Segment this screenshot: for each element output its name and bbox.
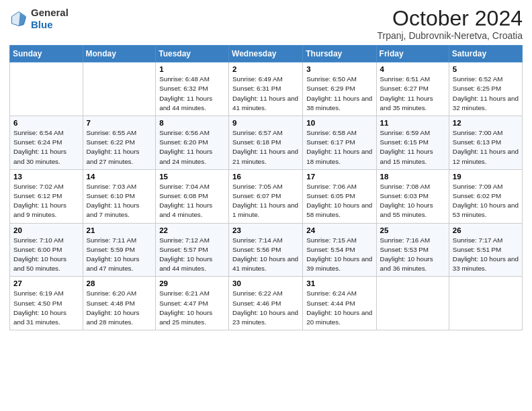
day-info: Sunrise: 6:21 AM Sunset: 4:47 PM Dayligh…: [159, 289, 225, 327]
day-number: 19: [453, 173, 519, 181]
logo-general-text: General: [31, 7, 69, 18]
calendar-cell: 9Sunrise: 6:57 AM Sunset: 6:18 PM Daylig…: [229, 116, 303, 170]
day-number: 22: [159, 226, 225, 234]
calendar-cell: 26Sunrise: 7:17 AM Sunset: 5:51 PM Dayli…: [449, 223, 522, 277]
calendar-cell: 31Sunrise: 6:24 AM Sunset: 4:44 PM Dayli…: [303, 277, 376, 330]
calendar-cell: 15Sunrise: 7:04 AM Sunset: 6:08 PM Dayli…: [156, 169, 229, 223]
day-info: Sunrise: 7:06 AM Sunset: 6:05 PM Dayligh…: [306, 182, 372, 220]
day-info: Sunrise: 6:49 AM Sunset: 6:31 PM Dayligh…: [232, 75, 299, 113]
calendar-cell: 11Sunrise: 6:59 AM Sunset: 6:15 PM Dayli…: [376, 116, 449, 170]
day-number: 3: [306, 65, 372, 73]
day-info: Sunrise: 6:54 AM Sunset: 6:24 PM Dayligh…: [13, 128, 79, 167]
calendar-cell: 17Sunrise: 7:06 AM Sunset: 6:05 PM Dayli…: [303, 169, 376, 223]
calendar-cell: [376, 277, 449, 330]
day-info: Sunrise: 7:02 AM Sunset: 6:12 PM Dayligh…: [13, 182, 79, 220]
logo-text: General Blue: [31, 7, 69, 31]
day-number: 12: [453, 119, 519, 127]
calendar-cell: 16Sunrise: 7:05 AM Sunset: 6:07 PM Dayli…: [229, 169, 303, 223]
day-info: Sunrise: 7:05 AM Sunset: 6:07 PM Dayligh…: [232, 182, 299, 220]
day-number: 6: [13, 119, 79, 127]
calendar-cell: 14Sunrise: 7:03 AM Sunset: 6:10 PM Dayli…: [83, 169, 156, 223]
day-info: Sunrise: 7:04 AM Sunset: 6:08 PM Dayligh…: [159, 182, 225, 220]
day-info: Sunrise: 6:51 AM Sunset: 6:27 PM Dayligh…: [380, 75, 445, 113]
day-info: Sunrise: 7:08 AM Sunset: 6:03 PM Dayligh…: [380, 182, 445, 220]
calendar-week-row: 6Sunrise: 6:54 AM Sunset: 6:24 PM Daylig…: [10, 116, 523, 170]
day-number: 27: [13, 279, 79, 287]
day-number: 16: [232, 173, 299, 181]
day-info: Sunrise: 6:58 AM Sunset: 6:17 PM Dayligh…: [306, 128, 372, 167]
logo-blue-text: Blue: [31, 19, 53, 30]
calendar-cell: 23Sunrise: 7:14 AM Sunset: 5:56 PM Dayli…: [229, 223, 303, 277]
day-info: Sunrise: 6:19 AM Sunset: 4:50 PM Dayligh…: [13, 289, 79, 327]
calendar-cell: 2Sunrise: 6:49 AM Sunset: 6:31 PM Daylig…: [229, 62, 303, 116]
calendar-week-row: 1Sunrise: 6:48 AM Sunset: 6:32 PM Daylig…: [10, 62, 523, 116]
calendar-cell: 12Sunrise: 7:00 AM Sunset: 6:13 PM Dayli…: [449, 116, 522, 170]
day-info: Sunrise: 6:24 AM Sunset: 4:44 PM Dayligh…: [306, 289, 372, 327]
calendar-cell: 19Sunrise: 7:09 AM Sunset: 6:02 PM Dayli…: [449, 169, 522, 223]
day-number: 25: [380, 226, 445, 234]
day-number: 8: [159, 119, 225, 127]
day-number: 30: [232, 279, 299, 287]
day-info: Sunrise: 6:56 AM Sunset: 6:20 PM Dayligh…: [159, 128, 225, 167]
calendar-cell: 7Sunrise: 6:55 AM Sunset: 6:22 PM Daylig…: [83, 116, 156, 170]
header: General Blue October 2024 Trpanj, Dubrov…: [9, 7, 523, 41]
day-number: 15: [159, 173, 225, 181]
calendar-day-header: Sunday: [10, 46, 83, 62]
day-info: Sunrise: 7:17 AM Sunset: 5:51 PM Dayligh…: [453, 236, 519, 274]
calendar-cell: 21Sunrise: 7:11 AM Sunset: 5:59 PM Dayli…: [83, 223, 156, 277]
day-number: 2: [232, 65, 299, 73]
day-number: 26: [453, 226, 519, 234]
day-number: 13: [13, 173, 79, 181]
day-number: 31: [306, 279, 372, 287]
page: General Blue October 2024 Trpanj, Dubrov…: [0, 0, 532, 411]
calendar-cell: 20Sunrise: 7:10 AM Sunset: 6:00 PM Dayli…: [10, 223, 83, 277]
calendar-week-row: 20Sunrise: 7:10 AM Sunset: 6:00 PM Dayli…: [10, 223, 523, 277]
day-number: 24: [306, 226, 372, 234]
day-number: 1: [159, 65, 225, 73]
day-info: Sunrise: 6:59 AM Sunset: 6:15 PM Dayligh…: [380, 128, 445, 167]
calendar-cell: 30Sunrise: 6:22 AM Sunset: 4:46 PM Dayli…: [229, 277, 303, 330]
calendar-cell: 4Sunrise: 6:51 AM Sunset: 6:27 PM Daylig…: [376, 62, 449, 116]
day-number: 21: [87, 226, 152, 234]
day-info: Sunrise: 6:20 AM Sunset: 4:48 PM Dayligh…: [87, 289, 152, 327]
day-info: Sunrise: 7:12 AM Sunset: 5:57 PM Dayligh…: [159, 236, 225, 274]
month-title: October 2024: [377, 7, 523, 30]
day-info: Sunrise: 7:09 AM Sunset: 6:02 PM Dayligh…: [453, 182, 519, 220]
day-number: 28: [87, 279, 152, 287]
calendar-cell: [83, 62, 156, 116]
logo: General Blue: [9, 7, 69, 31]
day-info: Sunrise: 7:16 AM Sunset: 5:53 PM Dayligh…: [380, 236, 445, 274]
calendar-cell: 22Sunrise: 7:12 AM Sunset: 5:57 PM Dayli…: [156, 223, 229, 277]
day-number: 17: [306, 173, 372, 181]
day-number: 14: [87, 173, 152, 181]
calendar-day-header: Thursday: [303, 46, 376, 62]
day-number: 29: [159, 279, 225, 287]
day-info: Sunrise: 7:11 AM Sunset: 5:59 PM Dayligh…: [87, 236, 152, 274]
day-number: 4: [380, 65, 445, 73]
calendar-week-row: 27Sunrise: 6:19 AM Sunset: 4:50 PM Dayli…: [10, 277, 523, 330]
day-number: 23: [232, 226, 299, 234]
day-info: Sunrise: 7:10 AM Sunset: 6:00 PM Dayligh…: [13, 236, 79, 274]
calendar-cell: 5Sunrise: 6:52 AM Sunset: 6:25 PM Daylig…: [449, 62, 522, 116]
calendar-day-header: Saturday: [449, 46, 522, 62]
day-number: 11: [380, 119, 445, 127]
calendar-day-header: Monday: [83, 46, 156, 62]
calendar-week-row: 13Sunrise: 7:02 AM Sunset: 6:12 PM Dayli…: [10, 169, 523, 223]
calendar-day-header: Friday: [376, 46, 449, 62]
calendar-cell: [449, 277, 522, 330]
day-info: Sunrise: 7:00 AM Sunset: 6:13 PM Dayligh…: [453, 128, 519, 167]
day-number: 5: [453, 65, 519, 73]
day-info: Sunrise: 6:22 AM Sunset: 4:46 PM Dayligh…: [232, 289, 299, 327]
calendar-day-header: Wednesday: [229, 46, 303, 62]
calendar-cell: 8Sunrise: 6:56 AM Sunset: 6:20 PM Daylig…: [156, 116, 229, 170]
calendar-cell: 10Sunrise: 6:58 AM Sunset: 6:17 PM Dayli…: [303, 116, 376, 170]
logo-icon: [9, 9, 28, 28]
calendar-cell: 25Sunrise: 7:16 AM Sunset: 5:53 PM Dayli…: [376, 223, 449, 277]
day-number: 7: [87, 119, 152, 127]
calendar-cell: 13Sunrise: 7:02 AM Sunset: 6:12 PM Dayli…: [10, 169, 83, 223]
day-info: Sunrise: 6:48 AM Sunset: 6:32 PM Dayligh…: [159, 75, 225, 113]
calendar-cell: 27Sunrise: 6:19 AM Sunset: 4:50 PM Dayli…: [10, 277, 83, 330]
calendar-cell: 29Sunrise: 6:21 AM Sunset: 4:47 PM Dayli…: [156, 277, 229, 330]
calendar-day-header: Tuesday: [156, 46, 229, 62]
day-number: 20: [13, 226, 79, 234]
